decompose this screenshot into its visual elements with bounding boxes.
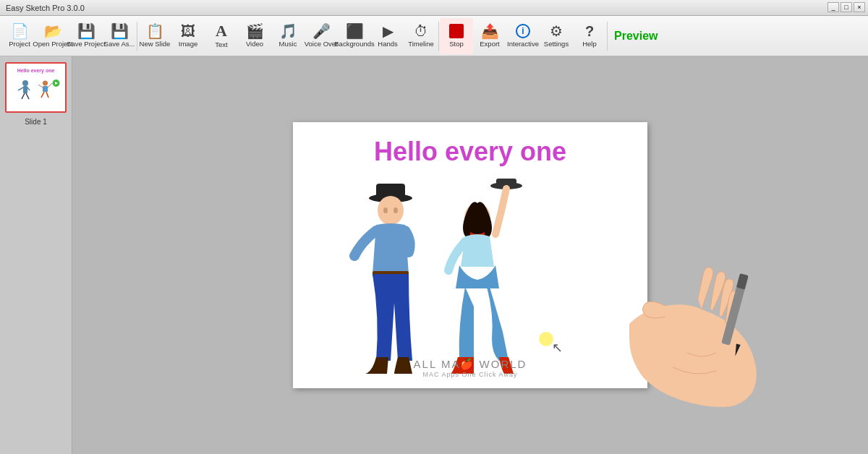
hand-pen-svg (629, 266, 832, 411)
video-icon: 🎬 (246, 24, 264, 38)
save-as-button[interactable]: 💾 Save As... (103, 18, 136, 54)
svg-point-18 (383, 207, 388, 213)
hands-icon: ▶ (383, 24, 393, 38)
save-as-icon: 💾 (111, 24, 129, 38)
help-label: Help (582, 40, 597, 48)
music-label: Music (279, 40, 297, 48)
backgrounds-label: Backgrounds (334, 40, 374, 48)
backgrounds-button[interactable]: ⬛ Backgrounds (338, 18, 371, 54)
video-button[interactable]: 🎬 Video (238, 18, 271, 54)
svg-point-6 (43, 80, 48, 85)
save-project-icon: 💾 (77, 24, 95, 38)
new-project-icon: 📄 (11, 24, 29, 38)
interactive-icon: i (516, 24, 530, 38)
preview-label[interactable]: Preview (614, 30, 658, 43)
timeline-label: Timeline (408, 40, 434, 48)
slide-thumb-inner: Hello every one (9, 66, 63, 109)
timeline-icon: ⏱ (414, 24, 428, 38)
svg-rect-26 (736, 273, 749, 289)
video-label: Video (246, 40, 263, 48)
image-button[interactable]: 🖼 Image (171, 18, 205, 54)
hands-button[interactable]: ▶ Hands (371, 18, 404, 54)
help-button[interactable]: ? Help (573, 18, 606, 54)
hands-label: Hands (378, 40, 397, 48)
save-as-label: Save As... (104, 40, 135, 48)
text-icon: A (216, 23, 227, 39)
svg-line-5 (26, 93, 29, 99)
maximize-button[interactable]: □ (841, 2, 852, 12)
sidebar: Hello every one (0, 56, 72, 454)
slide-canvas: Hello every one (293, 122, 647, 388)
watermark-title: ALL MA🍎 WORLD (414, 358, 527, 371)
svg-rect-1 (23, 86, 27, 93)
svg-line-10 (41, 92, 44, 98)
stop-label: Stop (449, 40, 464, 48)
app-title: Easy Sketch Pro 3.0.0 (6, 4, 85, 12)
title-bar: Easy Sketch Pro 3.0.0 _ □ × (0, 0, 868, 16)
toolbar: 📄 Project 📂 Open Project 💾 Save Project … (0, 16, 868, 56)
slide-thumb-dancers-svg (11, 77, 61, 109)
text-button[interactable]: A Text (205, 18, 238, 54)
new-slide-label: New Slide (140, 40, 171, 48)
dancers-svg: ↖ (329, 173, 597, 375)
toolbar-separator-2 (438, 22, 439, 51)
svg-rect-25 (721, 273, 748, 346)
slide-thumb-title: Hello every one (17, 68, 55, 73)
svg-line-2 (18, 87, 23, 90)
backgrounds-icon: ⬛ (346, 24, 364, 38)
svg-line-4 (22, 93, 25, 99)
text-label: Text (215, 40, 227, 48)
close-button[interactable]: × (854, 2, 865, 12)
watermark: ALL MA🍎 WORLD MAC Apps One Click Away (414, 358, 527, 378)
voice-over-button[interactable]: 🎤 Voice Over (305, 18, 338, 54)
dancers-area: ↖ (329, 173, 604, 368)
stop-button[interactable]: Stop (440, 18, 473, 54)
voice-over-icon: 🎤 (312, 24, 331, 38)
window-controls[interactable]: _ □ × (827, 2, 865, 12)
save-project-button[interactable]: 💾 Save Project (69, 18, 103, 54)
export-label: Export (480, 40, 499, 48)
settings-button[interactable]: ⚙ Settings (540, 18, 573, 54)
help-icon: ? (585, 24, 594, 38)
svg-point-0 (22, 80, 28, 86)
svg-marker-27 (733, 343, 741, 356)
svg-line-8 (38, 85, 43, 87)
music-icon: 🎵 (279, 24, 297, 38)
timeline-button[interactable]: ⏱ Timeline (404, 18, 438, 54)
slide-thumbnail-1[interactable]: Hello every one (5, 62, 67, 113)
new-project-button[interactable]: 📄 Project (3, 18, 36, 54)
settings-label: Settings (544, 40, 569, 48)
stop-icon (449, 24, 464, 38)
new-project-label: Project (9, 40, 30, 48)
hand-with-pen (629, 266, 832, 411)
new-slide-icon: 📋 (146, 24, 164, 38)
music-button[interactable]: 🎵 Music (271, 18, 305, 54)
open-project-button[interactable]: 📂 Open Project (36, 18, 69, 54)
image-icon: 🖼 (181, 24, 195, 38)
canvas-area[interactable]: Hello every one (72, 56, 868, 454)
svg-line-9 (48, 83, 52, 87)
svg-point-16 (378, 196, 404, 225)
save-project-label: Save Project (67, 40, 106, 48)
svg-line-11 (46, 92, 48, 98)
svg-line-3 (27, 87, 30, 90)
export-icon: 📤 (481, 24, 499, 38)
interactive-label: Interactive (507, 40, 539, 48)
minimize-button[interactable]: _ (827, 2, 839, 12)
interactive-button[interactable]: i Interactive (506, 18, 540, 54)
watermark-sub: MAC Apps One Click Away (414, 371, 527, 378)
slide-label-1: Slide 1 (25, 118, 47, 126)
svg-point-19 (393, 207, 398, 213)
toolbar-separator-1 (137, 22, 137, 51)
main-area: Hello every one (0, 56, 868, 454)
voice-over-label: Voice Over (305, 40, 338, 48)
export-button[interactable]: 📤 Export (473, 18, 506, 54)
image-label: Image (179, 40, 197, 48)
new-slide-button[interactable]: 📋 New Slide (138, 18, 171, 54)
svg-rect-7 (43, 86, 48, 92)
settings-icon: ⚙ (550, 24, 563, 38)
svg-point-23 (539, 332, 553, 346)
svg-text:↖: ↖ (552, 340, 563, 355)
toolbar-separator-3 (607, 22, 608, 51)
slide-title: Hello every one (293, 122, 647, 167)
